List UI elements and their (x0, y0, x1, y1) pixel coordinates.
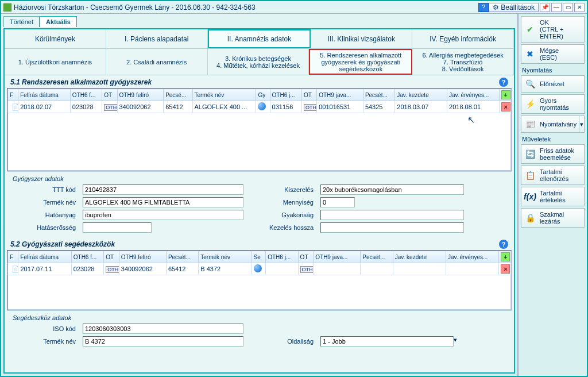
stab-regular-meds[interactable]: 5. Rendszeresen alkalmazott gyógyszerek … (309, 49, 412, 75)
stab-chronic-surgery[interactable]: 3. Krónikus betegségek4. Műtétek, kórház… (208, 49, 310, 75)
form-icon: 📰 (524, 118, 536, 130)
help-icon[interactable]: ? (499, 240, 508, 249)
row-icon: 📄 (10, 266, 18, 273)
sub-tabs: 1. Újszülöttkori anamnézis 2. Családi an… (5, 49, 514, 75)
close-icon: ✖ (524, 48, 536, 60)
check-doc-icon: 📋 (524, 170, 536, 181)
stab-family[interactable]: 2. Családi anamnézis (106, 49, 208, 75)
lookup-icon[interactable] (258, 102, 266, 110)
primary-tabs: Körülmények I. Páciens alapadatai II. An… (5, 29, 514, 49)
help-icon[interactable]: ? (478, 3, 489, 12)
aids-grid[interactable]: FFelírás dátumaOTH6 f...OTOTH9 felíróPec… (7, 250, 512, 310)
print-section-label: Nyomtatás (521, 66, 585, 74)
titlebar: Háziorvosi Törzskarton - Csecsemő Gyerme… (1, 1, 587, 14)
medications-grid[interactable]: FFelírás dátumaOTH6 f...OTOTH9 felíróPec… (7, 88, 512, 171)
form-print-dropdown[interactable]: ▾ (579, 116, 585, 133)
chevron-down-icon: ▾ (580, 121, 583, 128)
preview-button[interactable]: 🔍 Előnézet (521, 75, 585, 93)
ptab-other[interactable]: IV. Egyéb információk (412, 29, 514, 48)
refresh-icon: 🔄 (524, 148, 536, 160)
settings-button[interactable]: ⚙ Beállítások (489, 3, 539, 12)
ttt-field[interactable] (83, 184, 243, 195)
med-form-title: Gyógyszer adatok (13, 175, 506, 182)
window-title: Háziorvosi Törzskarton - Csecsemő Gyerme… (14, 3, 256, 11)
duration-field[interactable] (320, 222, 464, 233)
section-51-title: 5.1 Rendszeresen alkalmazott gyógyszerek… (7, 76, 512, 88)
medication-form: Gyógyszer adatok TTT kód Kiszerelés Term… (7, 171, 512, 238)
content-check-button[interactable]: 📋 Tartalmi ellenőrzés (521, 166, 585, 185)
lightning-icon: ⚡ (524, 98, 536, 110)
professional-lock-button[interactable]: 🔒 Szakmai lezárás (521, 208, 585, 228)
oth-chip: OTH (104, 104, 117, 111)
refresh-data-button[interactable]: 🔄 Friss adatok beemelése (521, 144, 585, 164)
strength-field[interactable] (83, 222, 152, 233)
active-field[interactable] (83, 210, 243, 220)
pin-icon[interactable]: 📌 (540, 3, 550, 12)
freq-field[interactable] (320, 210, 464, 220)
section-52-title: 5.2 Gyógyászati segédeszközök ? (7, 238, 512, 250)
row-icon: 📄 (10, 103, 18, 111)
qty-field[interactable] (320, 197, 355, 207)
help-icon[interactable]: ? (499, 78, 508, 87)
ok-button[interactable]: ✔ OK (CTRL + ENTER) (521, 16, 585, 43)
close-button[interactable]: ✕ (574, 3, 585, 12)
ptab-anamnesis[interactable]: II. Anamnézis adatok (208, 29, 311, 48)
oth-chip: OTH (304, 104, 317, 111)
ptab-circumstances[interactable]: Körülmények (5, 29, 106, 48)
delete-row-button[interactable]: × (501, 102, 510, 111)
table-row[interactable]: 📄 2017.07.11 023028 OTH 340092062 65412 … (8, 263, 511, 275)
sidebar: ✔ OK (CTRL + ENTER) ✖ Mégse (ESC) Nyomta… (518, 14, 587, 376)
add-row-button[interactable]: + (501, 90, 510, 99)
content-eval-button[interactable]: f(x) Tartalmi értékelés (521, 187, 585, 206)
table-row[interactable]: 📄 2018.02.07 023028 OTH 340092062 65412 … (8, 101, 511, 113)
lookup-icon[interactable] (254, 264, 262, 272)
side-select[interactable] (320, 336, 454, 347)
app-icon (3, 3, 11, 11)
check-icon: ✔ (524, 24, 536, 35)
tab-history[interactable]: Történet (3, 16, 40, 27)
product-field[interactable] (83, 197, 243, 207)
delete-row-button[interactable]: × (501, 264, 510, 274)
ops-section-label: Műveletek (521, 134, 585, 143)
ptab-patient-base[interactable]: I. Páciens alapadatai (106, 29, 208, 48)
add-row-button[interactable]: + (501, 252, 510, 261)
cancel-button[interactable]: ✖ Mégse (ESC) (521, 44, 585, 64)
aid-product-field[interactable] (83, 336, 243, 347)
ptab-clinical[interactable]: III. Klinikai vizsgálatok (311, 29, 412, 48)
fx-icon: f(x) (524, 191, 536, 202)
stab-newborn[interactable]: 1. Újszülöttkori anamnézis (5, 49, 106, 75)
view-tabs: Történet Aktuális (3, 16, 515, 27)
magnifier-icon: 🔍 (524, 78, 536, 90)
pack-field[interactable] (320, 184, 464, 195)
iso-field[interactable] (83, 324, 243, 334)
chevron-down-icon[interactable]: ▾ (454, 336, 464, 347)
form-print-button[interactable]: 📰 Nyomtatvány (521, 116, 579, 133)
aid-form: Segédeszköz adatok ISO kód Termék név Ol… (7, 310, 512, 352)
lock-icon: 🔒 (524, 212, 536, 224)
cursor-icon: ↖ (467, 114, 475, 125)
tab-current[interactable]: Aktuális (40, 16, 77, 27)
gear-icon: ⚙ (493, 3, 499, 11)
stab-allergy-etc[interactable]: 6. Allergiás megbetegedések7. Transzfúzi… (412, 49, 514, 75)
oth-chip: OTH (106, 266, 119, 273)
aid-form-title: Segédeszköz adatok (13, 314, 506, 321)
quick-print-button[interactable]: ⚡ Gyors nyomtatás (521, 94, 585, 114)
oth-chip: OTH (300, 266, 314, 273)
grid-header-row: FFelírás dátumaOTH6 f...OTOTH9 felíróPec… (8, 251, 511, 263)
minimize-button[interactable]: — (551, 3, 562, 12)
maximize-button[interactable]: ▭ (563, 3, 573, 12)
grid-header-row: FFelírás dátumaOTH6 f...OTOTH9 felíróPec… (8, 89, 511, 101)
